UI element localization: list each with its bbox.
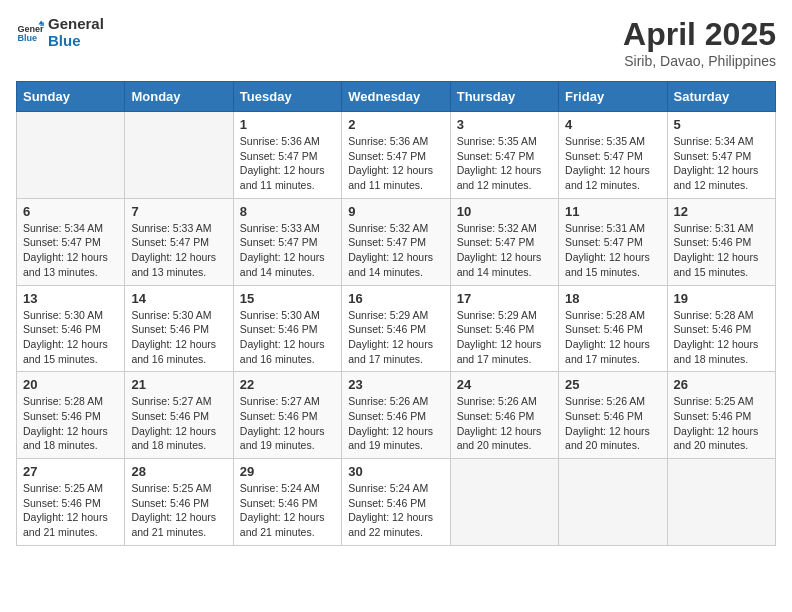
day-number: 13 bbox=[23, 291, 118, 306]
day-info: Sunrise: 5:30 AM Sunset: 5:46 PM Dayligh… bbox=[23, 308, 118, 367]
day-info: Sunrise: 5:25 AM Sunset: 5:46 PM Dayligh… bbox=[23, 481, 118, 540]
day-info: Sunrise: 5:36 AM Sunset: 5:47 PM Dayligh… bbox=[240, 134, 335, 193]
calendar-week-row: 6Sunrise: 5:34 AM Sunset: 5:47 PM Daylig… bbox=[17, 198, 776, 285]
day-number: 30 bbox=[348, 464, 443, 479]
calendar-day-cell: 12Sunrise: 5:31 AM Sunset: 5:46 PM Dayli… bbox=[667, 198, 775, 285]
day-info: Sunrise: 5:26 AM Sunset: 5:46 PM Dayligh… bbox=[565, 394, 660, 453]
day-info: Sunrise: 5:26 AM Sunset: 5:46 PM Dayligh… bbox=[348, 394, 443, 453]
day-number: 15 bbox=[240, 291, 335, 306]
weekday-header: Thursday bbox=[450, 82, 558, 112]
day-number: 17 bbox=[457, 291, 552, 306]
calendar-day-cell: 11Sunrise: 5:31 AM Sunset: 5:47 PM Dayli… bbox=[559, 198, 667, 285]
calendar-day-cell: 14Sunrise: 5:30 AM Sunset: 5:46 PM Dayli… bbox=[125, 285, 233, 372]
day-number: 10 bbox=[457, 204, 552, 219]
calendar-table: SundayMondayTuesdayWednesdayThursdayFrid… bbox=[16, 81, 776, 546]
day-info: Sunrise: 5:27 AM Sunset: 5:46 PM Dayligh… bbox=[131, 394, 226, 453]
day-number: 23 bbox=[348, 377, 443, 392]
day-number: 9 bbox=[348, 204, 443, 219]
calendar-day-cell bbox=[450, 459, 558, 546]
calendar-day-cell: 23Sunrise: 5:26 AM Sunset: 5:46 PM Dayli… bbox=[342, 372, 450, 459]
svg-text:General: General bbox=[17, 23, 44, 33]
logo-icon: General Blue bbox=[16, 19, 44, 47]
calendar-day-cell: 1Sunrise: 5:36 AM Sunset: 5:47 PM Daylig… bbox=[233, 112, 341, 199]
calendar-day-cell: 13Sunrise: 5:30 AM Sunset: 5:46 PM Dayli… bbox=[17, 285, 125, 372]
day-info: Sunrise: 5:32 AM Sunset: 5:47 PM Dayligh… bbox=[348, 221, 443, 280]
day-number: 24 bbox=[457, 377, 552, 392]
day-info: Sunrise: 5:24 AM Sunset: 5:46 PM Dayligh… bbox=[348, 481, 443, 540]
weekday-header: Saturday bbox=[667, 82, 775, 112]
location-title: Sirib, Davao, Philippines bbox=[623, 53, 776, 69]
day-info: Sunrise: 5:30 AM Sunset: 5:46 PM Dayligh… bbox=[131, 308, 226, 367]
calendar-day-cell: 18Sunrise: 5:28 AM Sunset: 5:46 PM Dayli… bbox=[559, 285, 667, 372]
day-number: 5 bbox=[674, 117, 769, 132]
weekday-header: Monday bbox=[125, 82, 233, 112]
weekday-header: Tuesday bbox=[233, 82, 341, 112]
calendar-day-cell bbox=[125, 112, 233, 199]
calendar-day-cell: 15Sunrise: 5:30 AM Sunset: 5:46 PM Dayli… bbox=[233, 285, 341, 372]
day-info: Sunrise: 5:24 AM Sunset: 5:46 PM Dayligh… bbox=[240, 481, 335, 540]
calendar-day-cell: 26Sunrise: 5:25 AM Sunset: 5:46 PM Dayli… bbox=[667, 372, 775, 459]
calendar-day-cell: 29Sunrise: 5:24 AM Sunset: 5:46 PM Dayli… bbox=[233, 459, 341, 546]
calendar-day-cell bbox=[559, 459, 667, 546]
day-number: 3 bbox=[457, 117, 552, 132]
calendar-day-cell: 3Sunrise: 5:35 AM Sunset: 5:47 PM Daylig… bbox=[450, 112, 558, 199]
calendar-day-cell: 24Sunrise: 5:26 AM Sunset: 5:46 PM Dayli… bbox=[450, 372, 558, 459]
day-number: 19 bbox=[674, 291, 769, 306]
calendar-day-cell: 8Sunrise: 5:33 AM Sunset: 5:47 PM Daylig… bbox=[233, 198, 341, 285]
day-info: Sunrise: 5:34 AM Sunset: 5:47 PM Dayligh… bbox=[23, 221, 118, 280]
calendar-day-cell: 6Sunrise: 5:34 AM Sunset: 5:47 PM Daylig… bbox=[17, 198, 125, 285]
calendar-day-cell: 7Sunrise: 5:33 AM Sunset: 5:47 PM Daylig… bbox=[125, 198, 233, 285]
calendar-day-cell: 5Sunrise: 5:34 AM Sunset: 5:47 PM Daylig… bbox=[667, 112, 775, 199]
day-info: Sunrise: 5:31 AM Sunset: 5:47 PM Dayligh… bbox=[565, 221, 660, 280]
calendar-day-cell: 20Sunrise: 5:28 AM Sunset: 5:46 PM Dayli… bbox=[17, 372, 125, 459]
day-info: Sunrise: 5:27 AM Sunset: 5:46 PM Dayligh… bbox=[240, 394, 335, 453]
weekday-header: Sunday bbox=[17, 82, 125, 112]
calendar-day-cell: 21Sunrise: 5:27 AM Sunset: 5:46 PM Dayli… bbox=[125, 372, 233, 459]
day-info: Sunrise: 5:28 AM Sunset: 5:46 PM Dayligh… bbox=[565, 308, 660, 367]
day-number: 18 bbox=[565, 291, 660, 306]
day-info: Sunrise: 5:28 AM Sunset: 5:46 PM Dayligh… bbox=[23, 394, 118, 453]
calendar-day-cell: 30Sunrise: 5:24 AM Sunset: 5:46 PM Dayli… bbox=[342, 459, 450, 546]
weekday-header: Wednesday bbox=[342, 82, 450, 112]
day-info: Sunrise: 5:34 AM Sunset: 5:47 PM Dayligh… bbox=[674, 134, 769, 193]
calendar-day-cell bbox=[667, 459, 775, 546]
calendar-week-row: 1Sunrise: 5:36 AM Sunset: 5:47 PM Daylig… bbox=[17, 112, 776, 199]
calendar-header-row: SundayMondayTuesdayWednesdayThursdayFrid… bbox=[17, 82, 776, 112]
day-info: Sunrise: 5:33 AM Sunset: 5:47 PM Dayligh… bbox=[240, 221, 335, 280]
day-info: Sunrise: 5:29 AM Sunset: 5:46 PM Dayligh… bbox=[348, 308, 443, 367]
day-number: 14 bbox=[131, 291, 226, 306]
day-info: Sunrise: 5:35 AM Sunset: 5:47 PM Dayligh… bbox=[457, 134, 552, 193]
day-number: 26 bbox=[674, 377, 769, 392]
calendar-day-cell: 2Sunrise: 5:36 AM Sunset: 5:47 PM Daylig… bbox=[342, 112, 450, 199]
day-number: 25 bbox=[565, 377, 660, 392]
day-info: Sunrise: 5:32 AM Sunset: 5:47 PM Dayligh… bbox=[457, 221, 552, 280]
day-info: Sunrise: 5:25 AM Sunset: 5:46 PM Dayligh… bbox=[131, 481, 226, 540]
day-number: 27 bbox=[23, 464, 118, 479]
calendar-day-cell: 25Sunrise: 5:26 AM Sunset: 5:46 PM Dayli… bbox=[559, 372, 667, 459]
logo-general: General bbox=[48, 16, 104, 33]
calendar-week-row: 27Sunrise: 5:25 AM Sunset: 5:46 PM Dayli… bbox=[17, 459, 776, 546]
day-number: 6 bbox=[23, 204, 118, 219]
title-area: April 2025 Sirib, Davao, Philippines bbox=[623, 16, 776, 69]
logo: General Blue General Blue bbox=[16, 16, 104, 49]
day-info: Sunrise: 5:26 AM Sunset: 5:46 PM Dayligh… bbox=[457, 394, 552, 453]
calendar-day-cell: 9Sunrise: 5:32 AM Sunset: 5:47 PM Daylig… bbox=[342, 198, 450, 285]
day-number: 11 bbox=[565, 204, 660, 219]
day-info: Sunrise: 5:35 AM Sunset: 5:47 PM Dayligh… bbox=[565, 134, 660, 193]
calendar-week-row: 20Sunrise: 5:28 AM Sunset: 5:46 PM Dayli… bbox=[17, 372, 776, 459]
day-number: 20 bbox=[23, 377, 118, 392]
day-number: 4 bbox=[565, 117, 660, 132]
day-info: Sunrise: 5:30 AM Sunset: 5:46 PM Dayligh… bbox=[240, 308, 335, 367]
calendar-day-cell: 16Sunrise: 5:29 AM Sunset: 5:46 PM Dayli… bbox=[342, 285, 450, 372]
logo-blue: Blue bbox=[48, 33, 104, 50]
day-number: 7 bbox=[131, 204, 226, 219]
day-number: 21 bbox=[131, 377, 226, 392]
day-info: Sunrise: 5:31 AM Sunset: 5:46 PM Dayligh… bbox=[674, 221, 769, 280]
day-number: 2 bbox=[348, 117, 443, 132]
day-number: 1 bbox=[240, 117, 335, 132]
calendar-day-cell: 22Sunrise: 5:27 AM Sunset: 5:46 PM Dayli… bbox=[233, 372, 341, 459]
day-number: 12 bbox=[674, 204, 769, 219]
day-info: Sunrise: 5:25 AM Sunset: 5:46 PM Dayligh… bbox=[674, 394, 769, 453]
calendar-day-cell: 27Sunrise: 5:25 AM Sunset: 5:46 PM Dayli… bbox=[17, 459, 125, 546]
day-number: 29 bbox=[240, 464, 335, 479]
